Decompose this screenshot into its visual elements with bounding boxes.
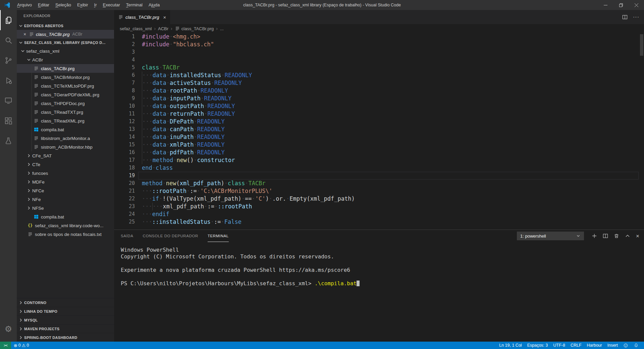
chevron-right-icon	[18, 309, 23, 314]
section-mysql[interactable]: MYSQL	[17, 315, 114, 324]
more-actions-icon[interactable]: ···	[633, 14, 639, 20]
status-encoding[interactable]: UTF-8	[550, 342, 568, 349]
section-maven-projects[interactable]: MAVEN PROJECTS	[17, 324, 114, 333]
code-line-16[interactable]: 16···data·pdfPath·READONLY	[114, 149, 644, 156]
tree-item-cte[interactable]: CTe	[17, 160, 114, 169]
tree-item-nfse[interactable]: NFSe	[17, 204, 114, 212]
close-button[interactable]	[629, 0, 644, 10]
breadcrumb[interactable]: sefaz_class_xml›ACBr›class_TACBr.prg›...	[114, 24, 644, 33]
tree-item-sobre-os-tipos-de-notas-fiscais-txt[interactable]: sobre os tipos de notas fiscais.txt	[17, 230, 114, 239]
code-line-8[interactable]: 8···data·rootPath·READONLY	[114, 87, 644, 95]
code-line-23[interactable]: 23······xml_pdf_path·:=·::rootPath	[114, 203, 644, 210]
menu-editar[interactable]: Editar	[35, 0, 52, 10]
code-line-2[interactable]: 2#include·"hbclass.ch"	[114, 41, 644, 48]
breadcrumb-item-class-tacbr-prg[interactable]: class_TACBr.prg	[175, 26, 214, 31]
feedback-icon[interactable]	[621, 342, 631, 349]
close-icon[interactable]: ×	[163, 14, 166, 20]
remote-indicator[interactable]: ><	[0, 342, 11, 349]
panel-tab-console-do-depurador[interactable]: CONSOLE DO DEPURADOR	[143, 230, 198, 242]
section-spring-boot-dashboard[interactable]: SPRING-BOOT DASHBOARD	[17, 333, 114, 342]
activity-search[interactable]	[0, 30, 17, 50]
tree-item-mdfe[interactable]: MDFe	[17, 178, 114, 186]
code-line-24[interactable]: 24···endif	[114, 210, 644, 218]
code-line-15[interactable]: 15···data·xmlPath·READONLY	[114, 141, 644, 149]
tree-item-cfe-sat[interactable]: CFe_SAT	[17, 151, 114, 160]
tree-item-funcoes[interactable]: funcoes	[17, 169, 114, 178]
activity-run-debug[interactable]	[0, 70, 17, 91]
menu-arquivo[interactable]: Arquivo	[14, 0, 35, 10]
kill-terminal-icon[interactable]	[614, 233, 619, 239]
code-line-17[interactable]: 17···method·new()·constructor	[114, 156, 644, 164]
split-terminal-icon[interactable]	[603, 233, 608, 239]
code-line-10[interactable]: 10···data·outputPath·READONLY	[114, 102, 644, 110]
code-line-9[interactable]: 9···data·inputPath·READONLY	[114, 95, 644, 102]
panel-tab-terminal[interactable]: TERMINAL	[208, 230, 229, 242]
status-eol-sequence[interactable]: CRLF	[568, 342, 584, 349]
maximize-panel-icon[interactable]	[625, 233, 630, 239]
activity-remote-explorer[interactable]	[0, 91, 17, 111]
status-language-mode[interactable]: Harbour	[584, 342, 605, 349]
section-contorno[interactable]: CONTORNO	[17, 298, 114, 307]
activity-explorer[interactable]	[0, 10, 17, 30]
code-line-1[interactable]: 1#include·<hmg.ch>	[114, 33, 644, 41]
workspace-section-header[interactable]: SEFAZ_CLASS_XML LIBRARY (ESPAÇO D...	[17, 39, 114, 47]
bell-icon[interactable]	[631, 342, 641, 349]
activity-manage[interactable]: ⚙	[0, 319, 17, 339]
breadcrumb-item-acbr[interactable]: ACBr	[158, 26, 168, 31]
activity-testing[interactable]	[0, 131, 17, 151]
tree-item-compila-bat[interactable]: compila.bat	[17, 212, 114, 221]
restore-button[interactable]	[613, 0, 629, 10]
menu-exibir[interactable]: Exibir	[74, 0, 91, 10]
code-line-21[interactable]: 21···::rootPath·:=·'C:\ACBrMonitorPLUS\'	[114, 187, 644, 195]
problems-status[interactable]: ⊗ 0 ⚠ 0	[11, 342, 32, 349]
breadcrumb-item-[interactable]: ...	[220, 26, 224, 31]
code-line-22[interactable]: 22···if·!(ValType(xml_pdf_path)·==·'C')·…	[114, 195, 644, 203]
code-line-11[interactable]: 11···data·returnPath·READONLY	[114, 110, 644, 118]
minimize-button[interactable]	[598, 0, 613, 10]
code-line-6[interactable]: 6···data·installedStatus·READONLY	[114, 71, 644, 79]
line-number: 8	[114, 87, 135, 95]
code-line-18[interactable]: 18end·class	[114, 164, 644, 172]
menu-terminal[interactable]: Terminal	[123, 0, 146, 10]
open-editor-item[interactable]: × class_TACBr.prg ACBr	[17, 30, 114, 39]
terminal-select[interactable]: 1: powershell	[517, 232, 584, 240]
code-editor[interactable]: 1#include·<hmg.ch>2#include·"hbclass.ch"…	[114, 33, 644, 230]
status-indentation[interactable]: Espaços: 3	[525, 342, 551, 349]
menu-seleo[interactable]: Seleção	[52, 0, 74, 10]
split-editor-icon[interactable]	[622, 14, 628, 20]
code-line-7[interactable]: 7···data·activeStatus·READONLY	[114, 79, 644, 87]
breadcrumb-item-sefaz-class-xml[interactable]: sefaz_class_xml	[120, 26, 152, 31]
menu-ajuda[interactable]: Ajuda	[146, 0, 163, 10]
terminal-output[interactable]: Windows PowerShellCopyright (C) Microsof…	[114, 242, 644, 342]
panel-tab-sa-da[interactable]: SAÍDA	[121, 230, 133, 242]
tree-item-sefaz-class-xml-library-code-wo[interactable]: {}sefaz_class_xml library.code-wo...	[17, 221, 114, 230]
code-line-19[interactable]: 19	[114, 172, 644, 180]
tree-item-nfce[interactable]: NFCe	[17, 186, 114, 195]
code-line-14[interactable]: 14···data·inuPath·READONLY	[114, 133, 644, 141]
section-linha-do-tempo[interactable]: LINHA DO TEMPO	[17, 307, 114, 315]
menu-ir[interactable]: Ir	[91, 0, 100, 10]
new-terminal-icon[interactable]	[592, 233, 597, 239]
code-line-20[interactable]: 20method·new(xml_pdf_path)·class·TACBr	[114, 180, 644, 187]
code-line-13[interactable]: 13···data·canPath·READONLY	[114, 126, 644, 133]
tree-item-acbr[interactable]: ACBr	[17, 55, 114, 64]
code-line-12[interactable]: 12···data·DFePath·READONLY	[114, 118, 644, 126]
activity-extensions[interactable]	[0, 111, 17, 131]
code-line-content: ···data·canPath·READONLY	[135, 126, 225, 133]
terminal-line-4: Experimente a nova plataforma cruzada Po…	[121, 267, 644, 273]
code-line-25[interactable]: 25···::installedStatus·:=·False	[114, 218, 644, 226]
terminal-cursor	[357, 281, 360, 286]
status-cursor-position[interactable]: Ln 19, 1 Col	[496, 342, 524, 349]
close-icon[interactable]: ×	[22, 32, 28, 37]
tree-item-sefaz-class-xml[interactable]: sefaz_class_xml	[17, 47, 114, 55]
activity-source-control[interactable]	[0, 50, 17, 70]
code-line-4[interactable]: 4	[114, 56, 644, 64]
code-line-5[interactable]: 5class·TACBr	[114, 64, 644, 71]
open-editors-header[interactable]: EDITORES ABERTOS	[17, 22, 114, 30]
close-panel-icon[interactable]: ×	[636, 233, 639, 239]
code-line-3[interactable]: 3	[114, 48, 644, 56]
menu-executar[interactable]: Executar	[100, 0, 123, 10]
status-insert-mode[interactable]: Insert	[605, 342, 621, 349]
tree-item-nfe[interactable]: NFe	[17, 195, 114, 204]
tab-class-tacbr[interactable]: class_TACBr.prg ×	[114, 10, 170, 24]
